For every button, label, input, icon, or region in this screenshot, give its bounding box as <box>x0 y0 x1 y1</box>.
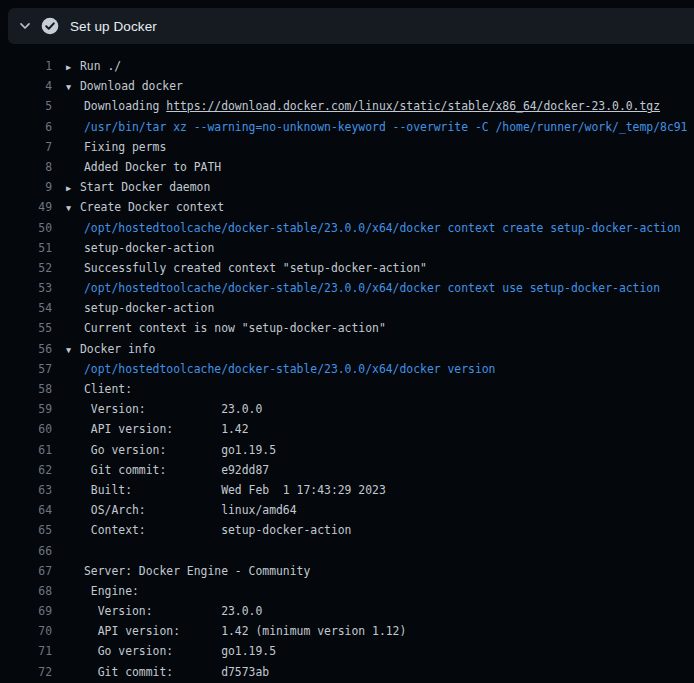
log-line: 66 <box>0 541 694 561</box>
log-line-number[interactable]: 52 <box>0 258 52 278</box>
log-line-number[interactable]: 66 <box>0 541 52 561</box>
log-group-title[interactable]: ▶Run ./ <box>66 56 121 76</box>
log-text: Version: 23.0.0 <box>66 601 262 621</box>
log-text: Added Docker to PATH <box>66 157 221 177</box>
step-header-setup-docker[interactable]: Set up Docker <box>8 8 694 44</box>
log-line-number[interactable]: 59 <box>0 399 52 419</box>
chevron-down-icon[interactable]: ▼ <box>66 77 80 96</box>
log-link[interactable]: https://download.docker.com/linux/static… <box>166 99 660 113</box>
log-text: Git commit: d7573ab <box>66 662 269 682</box>
log-line: 65 Context: setup-docker-action <box>0 520 694 540</box>
chevron-down-icon[interactable]: ▼ <box>66 340 80 359</box>
log-text: Successfully created context "setup-dock… <box>66 258 427 278</box>
log-line: 60 API version: 1.42 <box>0 419 694 439</box>
log-line-number[interactable]: 72 <box>0 662 52 682</box>
log-line: 56▼Docker info <box>0 339 694 359</box>
log-text: Version: 23.0.0 <box>66 399 262 419</box>
log-line-number[interactable]: 51 <box>0 238 52 258</box>
log-line-number[interactable]: 53 <box>0 278 52 298</box>
chevron-down-icon[interactable]: ▼ <box>66 198 80 217</box>
log-group-label: Run ./ <box>80 59 121 73</box>
log-line: 1▶Run ./ <box>0 56 694 76</box>
log-line: 6/usr/bin/tar xz --warning=no-unknown-ke… <box>0 117 694 137</box>
log-group-label: Download docker <box>80 79 183 93</box>
log-text: Server: Docker Engine - Community <box>66 561 310 581</box>
log-text: setup-docker-action <box>66 238 214 258</box>
log-line: 55Current context is now "setup-docker-a… <box>0 318 694 338</box>
log-line-number[interactable]: 8 <box>0 157 52 177</box>
chevron-down-icon[interactable] <box>18 19 32 33</box>
log-line-number[interactable]: 65 <box>0 520 52 540</box>
log-line: 7Fixing perms <box>0 137 694 157</box>
log-output: 1▶Run ./4▼Download docker5Downloading ht… <box>0 44 694 682</box>
log-command-text: /opt/hostedtoolcache/docker-stable/23.0.… <box>66 278 660 298</box>
log-text: Downloading https://download.docker.com/… <box>66 96 660 116</box>
log-line-number[interactable]: 57 <box>0 359 52 379</box>
chevron-right-icon[interactable]: ▶ <box>66 178 80 197</box>
log-line-number[interactable]: 60 <box>0 419 52 439</box>
log-text: Git commit: e92dd87 <box>66 460 269 480</box>
log-group-label: Docker info <box>80 342 155 356</box>
step-title: Set up Docker <box>70 19 157 34</box>
log-text: Fixing perms <box>66 137 166 157</box>
log-line-number[interactable]: 58 <box>0 379 52 399</box>
actions-log-viewer: Set up Docker 1▶Run ./4▼Download docker5… <box>0 0 694 683</box>
log-text: setup-docker-action <box>66 298 214 318</box>
log-line-number[interactable]: 68 <box>0 581 52 601</box>
log-line: 62 Git commit: e92dd87 <box>0 460 694 480</box>
log-line: 9▶Start Docker daemon <box>0 177 694 197</box>
log-line-number[interactable]: 62 <box>0 460 52 480</box>
log-line: 53/opt/hostedtoolcache/docker-stable/23.… <box>0 278 694 298</box>
log-line-number[interactable]: 56 <box>0 339 52 359</box>
log-line-number[interactable]: 49 <box>0 197 52 217</box>
log-line: 61 Go version: go1.19.5 <box>0 440 694 460</box>
log-text: Built: Wed Feb 1 17:43:29 2023 <box>66 480 386 500</box>
log-command-text: /usr/bin/tar xz --warning=no-unknown-key… <box>66 117 687 137</box>
log-line-number[interactable]: 54 <box>0 298 52 318</box>
log-text: Context: setup-docker-action <box>66 520 351 540</box>
log-line: 71 Go version: go1.19.5 <box>0 641 694 661</box>
log-line-number[interactable]: 69 <box>0 601 52 621</box>
log-text: Engine: <box>66 581 139 601</box>
log-text: OS/Arch: linux/amd64 <box>66 500 297 520</box>
log-text: Client: <box>66 379 132 399</box>
log-line-number[interactable]: 55 <box>0 318 52 338</box>
log-line: 64 OS/Arch: linux/amd64 <box>0 500 694 520</box>
chevron-right-icon[interactable]: ▶ <box>66 57 80 76</box>
log-command-text: /opt/hostedtoolcache/docker-stable/23.0.… <box>66 359 495 379</box>
log-text <box>66 541 84 561</box>
log-line-number[interactable]: 71 <box>0 641 52 661</box>
log-line-number[interactable]: 50 <box>0 218 52 238</box>
log-group-label: Create Docker context <box>80 200 224 214</box>
log-line: 5Downloading https://download.docker.com… <box>0 96 694 116</box>
log-group-label: Start Docker daemon <box>80 180 210 194</box>
log-line-number[interactable]: 5 <box>0 96 52 116</box>
log-line: 68 Engine: <box>0 581 694 601</box>
log-line: 57/opt/hostedtoolcache/docker-stable/23.… <box>0 359 694 379</box>
log-line-number[interactable]: 61 <box>0 440 52 460</box>
log-line: 58Client: <box>0 379 694 399</box>
log-text: Go version: go1.19.5 <box>66 440 276 460</box>
log-line: 59 Version: 23.0.0 <box>0 399 694 419</box>
log-text: API version: 1.42 (minimum version 1.12) <box>66 621 406 641</box>
log-line: 69 Version: 23.0.0 <box>0 601 694 621</box>
log-line: 67Server: Docker Engine - Community <box>0 561 694 581</box>
log-group-title[interactable]: ▼Download docker <box>66 76 183 96</box>
log-line-number[interactable]: 64 <box>0 500 52 520</box>
log-line-number[interactable]: 63 <box>0 480 52 500</box>
log-line-number[interactable]: 9 <box>0 177 52 197</box>
log-line-number[interactable]: 67 <box>0 561 52 581</box>
log-line-number[interactable]: 70 <box>0 621 52 641</box>
log-group-title[interactable]: ▼Create Docker context <box>66 197 224 217</box>
log-text: Go version: go1.19.5 <box>66 641 276 661</box>
log-group-title[interactable]: ▶Start Docker daemon <box>66 177 210 197</box>
log-line-number[interactable]: 1 <box>0 56 52 76</box>
log-line-number[interactable]: 6 <box>0 117 52 137</box>
log-line-number[interactable]: 4 <box>0 76 52 96</box>
log-group-title[interactable]: ▼Docker info <box>66 339 155 359</box>
log-line: 63 Built: Wed Feb 1 17:43:29 2023 <box>0 480 694 500</box>
log-line-number[interactable]: 7 <box>0 137 52 157</box>
log-line: 50/opt/hostedtoolcache/docker-stable/23.… <box>0 218 694 238</box>
log-line: 8Added Docker to PATH <box>0 157 694 177</box>
log-line: 51setup-docker-action <box>0 238 694 258</box>
